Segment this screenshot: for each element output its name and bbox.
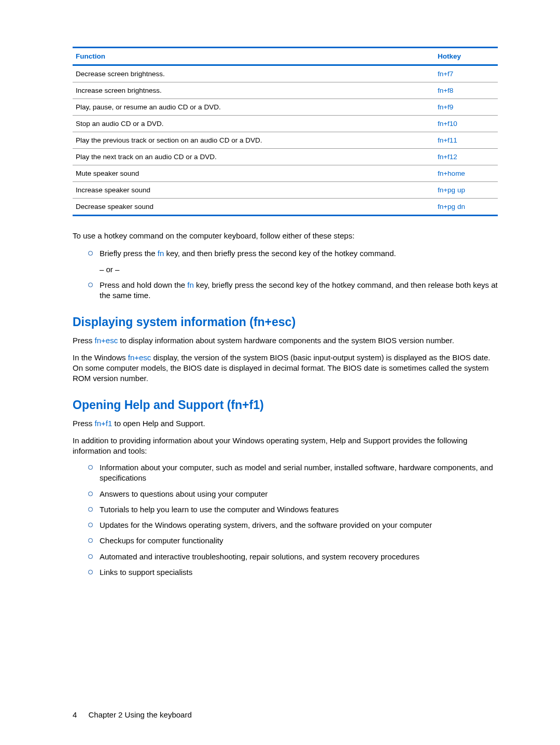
section1-p2: In the Windows fn+esc display, the versi… [73, 353, 498, 384]
features-list: Information about your computer, such as… [88, 462, 498, 578]
cell-hotkey: fn+f12 [435, 149, 498, 165]
step-b-pre: Press and hold down the [100, 280, 187, 289]
cell-hotkey: fn+f7 [435, 65, 498, 82]
cell-function: Increase screen brightness. [73, 82, 435, 99]
hotkey-text: fn+f1 [95, 419, 113, 428]
section-heading-system-info: Displaying system information (fn+esc) [73, 315, 498, 329]
section2-p1: Press fn+f1 to open Help and Support. [73, 418, 498, 429]
text: to open Help and Support. [112, 419, 205, 428]
header-function: Function [73, 48, 435, 65]
cell-hotkey: fn+f9 [435, 99, 498, 116]
list-item: Press and hold down the fn key, briefly … [88, 280, 498, 301]
list-item: Briefly press the fn key, and then brief… [88, 248, 498, 275]
hotkey-table: Function Hotkey Decrease screen brightne… [73, 47, 498, 216]
table-row: Play, pause, or resume an audio CD or a … [73, 99, 498, 116]
step-a-pre: Briefly press the [100, 249, 158, 258]
header-hotkey: Hotkey [435, 48, 498, 65]
document-page: Function Hotkey Decrease screen brightne… [0, 0, 560, 745]
table-header-row: Function Hotkey [73, 48, 498, 65]
text: Press [73, 336, 95, 345]
cell-function: Decrease screen brightness. [73, 65, 435, 82]
text: In the Windows [73, 353, 128, 362]
cell-function: Mute speaker sound [73, 165, 435, 182]
fn-key: fn [158, 249, 164, 258]
section2-p2: In addition to providing information abo… [73, 435, 498, 457]
page-footer: 4 Chapter 2 Using the keyboard [73, 710, 498, 719]
intro-text: To use a hotkey command on the computer … [73, 231, 498, 241]
cell-function: Play the previous track or section on an… [73, 132, 435, 149]
cell-function: Increase speaker sound [73, 182, 435, 199]
text: Press [73, 419, 95, 428]
cell-hotkey: fn+home [435, 165, 498, 182]
cell-hotkey: fn+f8 [435, 82, 498, 99]
text: to display information about system hard… [118, 336, 454, 345]
list-item: Tutorials to help you learn to use the c… [88, 504, 498, 515]
hotkey-text: fn+esc [128, 353, 151, 362]
table-row: Decrease speaker sound fn+pg dn [73, 199, 498, 216]
cell-hotkey: fn+f10 [435, 116, 498, 132]
section-heading-help-support: Opening Help and Support (fn+f1) [73, 398, 498, 412]
table-row: Play the next track on an audio CD or a … [73, 149, 498, 165]
list-item: Updates for the Windows operating system… [88, 520, 498, 530]
table-row: Increase screen brightness. fn+f8 [73, 82, 498, 99]
fn-key: fn [187, 280, 194, 289]
list-item: Links to support specialists [88, 567, 498, 578]
list-item: Information about your computer, such as… [88, 462, 498, 484]
cell-function: Decrease speaker sound [73, 199, 435, 216]
table-row: Decrease screen brightness. fn+f7 [73, 65, 498, 82]
cell-function: Play, pause, or resume an audio CD or a … [73, 99, 435, 116]
steps-list: Briefly press the fn key, and then brief… [88, 248, 498, 301]
step-a-post: key, and then briefly press the second k… [164, 249, 396, 258]
cell-hotkey: fn+f11 [435, 132, 498, 149]
section1-p1: Press fn+esc to display information abou… [73, 335, 498, 346]
page-number: 4 [73, 710, 77, 719]
chapter-title: Chapter 2 Using the keyboard [89, 710, 192, 719]
list-item: Answers to questions about using your co… [88, 489, 498, 499]
table-row: Stop an audio CD or a DVD. fn+f10 [73, 116, 498, 132]
list-item: Checkups for computer functionality [88, 536, 498, 546]
hotkey-text: fn+esc [95, 336, 118, 345]
table-row: Mute speaker sound fn+home [73, 165, 498, 182]
table-row: Play the previous track or section on an… [73, 132, 498, 149]
cell-hotkey: fn+pg up [435, 182, 498, 199]
table-row: Increase speaker sound fn+pg up [73, 182, 498, 199]
or-separator: – or – [100, 264, 498, 275]
cell-hotkey: fn+pg dn [435, 199, 498, 216]
cell-function: Play the next track on an audio CD or a … [73, 149, 435, 165]
list-item: Automated and interactive troubleshootin… [88, 552, 498, 562]
cell-function: Stop an audio CD or a DVD. [73, 116, 435, 132]
